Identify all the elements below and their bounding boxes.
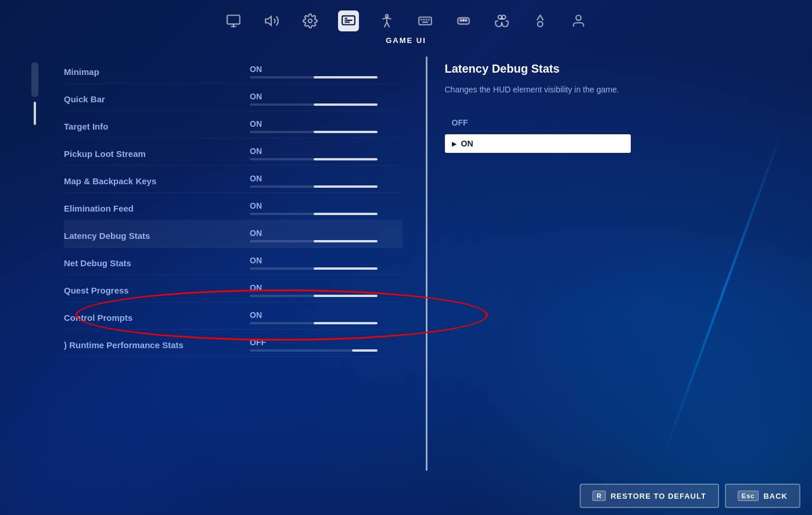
settings-list: MinimapONQuick BarONTarget InfoONPickup …	[58, 51, 426, 477]
right-panel: Latency Debug Stats Changes the HUD elem…	[427, 51, 801, 477]
setting-name: Minimap	[64, 67, 250, 77]
setting-row-net-debug-stats[interactable]: Net Debug StatsON	[64, 248, 403, 275]
nav-icon-keyboard[interactable]	[415, 10, 436, 31]
setting-slider-track	[250, 349, 378, 352]
setting-slider-track	[250, 103, 378, 106]
setting-value-area: ON	[250, 228, 378, 242]
svg-point-9	[386, 15, 388, 17]
setting-name: Pickup Loot Stream	[64, 149, 250, 159]
setting-name: Target Info	[64, 121, 250, 131]
setting-row-control-prompts[interactable]: Control PromptsON	[64, 302, 403, 330]
bottom-btn-restore-default[interactable]: RRESTORE TO DEFAULT	[580, 484, 719, 508]
setting-value-area: ON	[250, 146, 378, 160]
setting-row-latency-debug-stats[interactable]: Latency Debug StatsON	[64, 220, 403, 248]
nav-icon-accessibility[interactable]	[376, 10, 397, 31]
left-sidebar	[12, 51, 58, 477]
setting-name: Map & Backpack Keys	[64, 176, 250, 186]
setting-slider-track	[250, 158, 378, 160]
setting-row-target-info[interactable]: Target InfoON	[64, 111, 403, 138]
setting-value-label: ON	[250, 146, 262, 156]
setting-value-area: ON	[250, 174, 378, 188]
setting-row-map--backpack-keys[interactable]: Map & Backpack KeysON	[64, 166, 403, 193]
setting-value-label: ON	[250, 310, 262, 320]
setting-row-elimination-feed[interactable]: Elimination FeedON	[64, 193, 403, 220]
setting-row-minimap[interactable]: MinimapON	[64, 56, 403, 84]
setting-name: Net Debug Stats	[64, 258, 250, 268]
setting-slider-fill	[314, 267, 378, 270]
nav-icon-game-controller[interactable]	[491, 10, 512, 31]
bottom-btn-label: RESTORE TO DEFAULT	[610, 492, 706, 500]
setting-name: ) Runtime Performance Stats	[64, 340, 250, 350]
setting-value-area: ON	[250, 92, 378, 106]
setting-value-label: ON	[250, 65, 262, 74]
sidebar-scroll-indicator	[31, 62, 38, 97]
setting-name: Latency Debug Stats	[64, 231, 250, 241]
nav-icon-audio[interactable]	[261, 10, 282, 31]
svg-rect-0	[227, 15, 240, 24]
setting-row-pickup-loot-stream[interactable]: Pickup Loot StreamON	[64, 138, 403, 166]
setting-value-area: ON	[250, 256, 378, 270]
setting-slider-fill	[314, 322, 378, 324]
setting-slider-fill	[314, 131, 378, 133]
bottom-btn-back[interactable]: EscBACK	[725, 484, 800, 508]
option-list: OFF▶ON	[445, 113, 631, 153]
setting-value-area: ON	[250, 65, 378, 78]
sidebar-scroll-bar	[34, 102, 36, 125]
svg-marker-3	[265, 16, 271, 25]
nav-icon-settings[interactable]	[300, 10, 321, 31]
nav-icon-monitor[interactable]	[223, 10, 244, 31]
setting-slider-fill	[314, 76, 378, 78]
setting-value-label: ON	[250, 256, 262, 265]
setting-name: Quest Progress	[64, 285, 250, 295]
svg-point-24	[538, 22, 543, 27]
setting-slider-fill	[314, 213, 378, 215]
setting-slider-track	[250, 267, 378, 270]
svg-point-4	[308, 19, 312, 23]
setting-slider-track	[250, 295, 378, 297]
setting-slider-fill	[314, 158, 378, 160]
svg-rect-10	[419, 17, 432, 25]
bottom-btn-label: BACK	[763, 492, 788, 500]
setting-value-area: ON	[250, 283, 378, 297]
setting-value-label: ON	[250, 283, 262, 292]
key-badge: R	[592, 491, 606, 501]
main-container: GAME UI MinimapONQuick BarONTarget InfoO…	[0, 0, 812, 515]
nav-icon-controller-layout[interactable]	[453, 10, 474, 31]
setting-value-label: ON	[250, 92, 262, 101]
setting-slider-track	[250, 240, 378, 242]
setting-slider-track	[250, 322, 378, 324]
setting-slider-fill	[314, 295, 378, 297]
nav-icon-gamepad[interactable]	[530, 10, 551, 31]
right-panel-description: Changes the HUD element visibility in th…	[445, 84, 784, 96]
setting-value-label: ON	[250, 201, 262, 210]
nav-icon-account[interactable]	[568, 10, 589, 31]
setting-slider-fill	[314, 185, 378, 188]
setting-name: Quick Bar	[64, 94, 250, 104]
nav-title: GAME UI	[0, 36, 812, 51]
setting-value-label: ON	[250, 228, 262, 238]
setting-value-area: ON	[250, 119, 378, 133]
setting-slider-track	[250, 213, 378, 215]
right-panel-title: Latency Debug Stats	[445, 62, 784, 76]
setting-name: Control Prompts	[64, 313, 250, 323]
setting-row-quest-progress[interactable]: Quest ProgressON	[64, 275, 403, 302]
main-area: MinimapONQuick BarONTarget InfoONPickup …	[0, 51, 812, 477]
option-item-on[interactable]: ▶ON	[445, 134, 631, 153]
key-badge: Esc	[738, 491, 759, 501]
option-item-off[interactable]: OFF	[445, 113, 631, 132]
nav-icon-game-ui[interactable]	[338, 10, 359, 31]
setting-value-area: OFF	[250, 338, 378, 352]
setting-slider-track	[250, 185, 378, 188]
setting-slider-track	[250, 131, 378, 133]
setting-slider-fill	[314, 103, 378, 106]
setting-row-quick-bar[interactable]: Quick BarON	[64, 84, 403, 111]
svg-point-23	[502, 15, 506, 19]
option-selected-arrow: ▶	[452, 141, 457, 147]
setting-value-area: ON	[250, 201, 378, 215]
setting-name: Elimination Feed	[64, 203, 250, 213]
option-label: OFF	[452, 118, 468, 127]
setting-row--runtime-performance-stats[interactable]: ) Runtime Performance StatsOFF	[64, 330, 403, 357]
setting-slider-fill	[314, 240, 378, 242]
svg-point-25	[576, 15, 581, 20]
setting-value-label: OFF	[250, 338, 266, 347]
